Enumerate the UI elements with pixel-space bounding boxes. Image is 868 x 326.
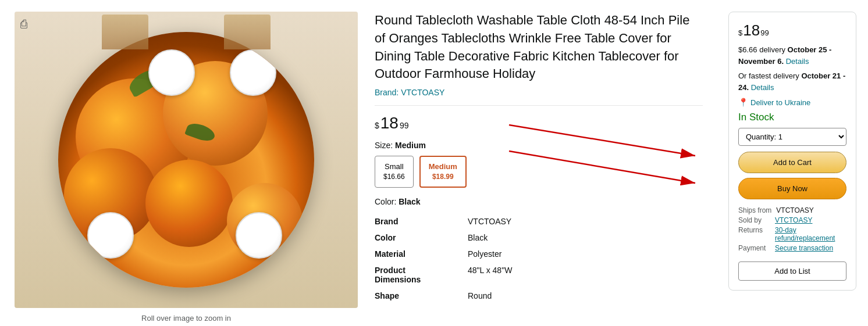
fastest-label: Or fastest delivery <box>738 71 799 80</box>
spec-dimensions-value: 48"L x 48"W <box>468 262 703 288</box>
size-label: Size: Medium <box>375 141 703 150</box>
ships-from-value: VTCTOASY <box>776 206 813 214</box>
location-icon: 📍 <box>738 98 748 107</box>
price-dollar-symbol: $ <box>375 121 379 130</box>
specs-table: Brand VTCTOASY Color Black Material Poly… <box>375 213 703 304</box>
price-row: $ 18 99 <box>375 114 703 132</box>
brand-link[interactable]: Brand: VTCTOASY <box>375 88 444 97</box>
price-cents: 99 <box>400 121 409 130</box>
size-small-name: Small <box>383 162 405 172</box>
delivery-details-link[interactable]: Details <box>786 57 809 66</box>
delivery-fastest: Or fastest delivery October 21 - 24. Det… <box>738 70 846 93</box>
share-icon[interactable]: ⎙ <box>20 17 27 30</box>
returns-row: Returns 30-day refund/replacement <box>738 226 846 242</box>
details-section: Round Tablecloth Washable Table Cloth 48… <box>375 12 714 323</box>
size-selected: Medium <box>395 141 426 150</box>
product-image-container: ⎙ <box>15 12 358 308</box>
ships-from-label: Ships from <box>738 206 771 214</box>
seller-info: Ships from VTCTOASY Sold by VTCTOASY Ret… <box>738 206 846 252</box>
spec-brand: Brand VTCTOASY <box>375 213 703 230</box>
location-row[interactable]: 📍 Deliver to Ukraine <box>738 98 846 107</box>
payment-label: Payment <box>738 244 770 252</box>
add-to-cart-button[interactable]: Add to Cart <box>738 152 846 173</box>
size-small-price: $16.66 <box>383 172 405 182</box>
add-to-list-button[interactable]: Add to List <box>738 261 846 281</box>
divider-1 <box>375 105 703 106</box>
size-medium-price: $18.99 <box>429 172 457 182</box>
sold-by-value[interactable]: VTCTOASY <box>775 216 812 224</box>
size-medium-name: Medium <box>429 162 457 172</box>
spec-material-label: Material <box>375 246 468 262</box>
buy-price-main: 18 <box>743 22 760 40</box>
spec-color: Color Black <box>375 230 703 246</box>
product-page: ⎙ <box>12 12 856 323</box>
sold-by-label: Sold by <box>738 216 770 224</box>
returns-value[interactable]: 30-day refund/replacement <box>775 226 846 242</box>
in-stock-badge: In Stock <box>738 112 846 123</box>
spec-shape-label: Shape <box>375 288 468 304</box>
price-main: 18 <box>380 114 399 132</box>
spec-material: Material Polyester <box>375 246 703 262</box>
spec-dimensions: ProductDimensions 48"L x 48"W <box>375 262 703 288</box>
payment-row: Payment Secure transaction <box>738 244 846 252</box>
color-selected: Black <box>399 197 420 206</box>
buy-section: $ 18 99 $6.66 delivery October 25 - Nove… <box>728 12 856 291</box>
delivery-standard: $6.66 delivery October 25 - November 6. … <box>738 44 846 67</box>
sold-by-row: Sold by VTCTOASY <box>738 216 846 224</box>
size-options: Small $16.66 Medium $18.99 <box>375 156 703 188</box>
spec-shape: Shape Round <box>375 288 703 304</box>
image-caption: Roll over image to zoom in <box>141 314 231 323</box>
buy-price-row: $ 18 99 <box>738 22 846 40</box>
spec-shape-value: Round <box>468 288 703 304</box>
returns-label: Returns <box>738 226 770 242</box>
product-title: Round Tablecloth Washable Table Cloth 48… <box>375 12 703 83</box>
payment-value[interactable]: Secure transaction <box>775 244 833 252</box>
fastest-details-link[interactable]: Details <box>751 83 774 92</box>
quantity-select[interactable]: Quantity: 1 Quantity: 2 Quantity: 3 <box>738 128 846 146</box>
spec-color-label: Color <box>375 230 468 246</box>
color-label: Color: Black <box>375 197 703 206</box>
size-medium-button[interactable]: Medium $18.99 <box>419 156 467 188</box>
location-link[interactable]: Deliver to Ukraine <box>750 98 810 107</box>
product-tablecloth-image <box>58 32 314 288</box>
image-section: ⎙ <box>12 12 361 323</box>
ships-from-row: Ships from VTCTOASY <box>738 206 846 214</box>
spec-brand-value: VTCTOASY <box>468 213 703 230</box>
spec-dimensions-label: ProductDimensions <box>375 262 468 288</box>
delivery-price: $6.66 <box>738 45 757 54</box>
spec-color-value: Black <box>468 230 703 246</box>
buy-now-button[interactable]: Buy Now <box>738 178 846 199</box>
spec-brand-label: Brand <box>375 213 468 230</box>
buy-price-dollar-symbol: $ <box>738 28 742 37</box>
spec-material-value: Polyester <box>468 246 703 262</box>
buy-price-cents: 99 <box>760 28 769 37</box>
size-small-button[interactable]: Small $16.66 <box>375 156 414 188</box>
